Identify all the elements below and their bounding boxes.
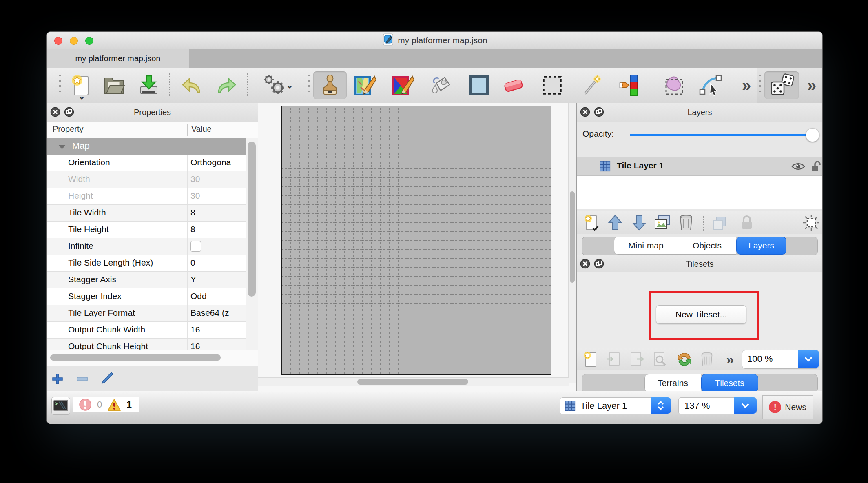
map-horizontal-scrollbar[interactable] xyxy=(258,377,569,386)
scrollbar-thumb[interactable] xyxy=(357,379,468,385)
zoom-dropdown-cap[interactable] xyxy=(798,350,819,368)
properties-vertical-scrollbar[interactable] xyxy=(246,138,258,350)
property-row[interactable]: Infinite xyxy=(47,238,246,255)
map-canvas[interactable] xyxy=(281,106,551,375)
toolbar-drag-handle[interactable] xyxy=(760,75,761,96)
toolbar-drag-handle[interactable] xyxy=(308,75,310,96)
eraser-button[interactable] xyxy=(500,71,527,99)
float-panel-icon[interactable] xyxy=(64,107,74,117)
reload-tileset-button[interactable] xyxy=(675,350,693,368)
delete-layer-button[interactable] xyxy=(677,214,695,232)
run-command-chevron[interactable]: ⌄ xyxy=(286,80,293,91)
issues-counter[interactable]: 0 1 xyxy=(73,397,139,412)
new-map-dropdown-chevron[interactable]: ⌄ xyxy=(78,91,85,102)
property-row[interactable]: Tile Height8 xyxy=(47,222,246,238)
duplicate-layer-button[interactable] xyxy=(653,214,671,232)
tileset-zoom-select[interactable]: 100 % xyxy=(742,350,819,369)
column-divider[interactable] xyxy=(187,124,188,136)
infinite-checkbox[interactable] xyxy=(190,241,201,252)
map-zoom-value: 137 % xyxy=(684,401,710,411)
bucket-fill-button[interactable] xyxy=(427,71,455,99)
property-row[interactable]: Tile Layer FormatBase64 (z xyxy=(47,305,246,322)
add-property-icon[interactable] xyxy=(52,373,63,385)
close-panel-icon[interactable] xyxy=(580,107,590,117)
delete-tileset-button-disabled[interactable] xyxy=(698,350,716,368)
chevron-up-icon xyxy=(658,401,664,405)
random-mode-button[interactable] xyxy=(764,71,799,99)
document-tab[interactable]: my platformer map.json xyxy=(47,49,189,68)
property-row[interactable]: Output Chunk Width16 xyxy=(47,322,246,339)
layer-row[interactable]: Tile Layer 1 xyxy=(577,157,823,176)
new-tileset-toolbar-button[interactable] xyxy=(582,350,600,368)
rect-select-button[interactable] xyxy=(538,71,566,99)
tab-mini-map[interactable]: Mini-map xyxy=(614,237,678,255)
redo-button[interactable] xyxy=(213,71,240,99)
layer-name[interactable]: Tile Layer 1 xyxy=(617,161,664,171)
select-same-tile-button[interactable] xyxy=(615,71,643,99)
property-row[interactable]: Stagger IndexOdd xyxy=(47,288,246,305)
terrain-brush-button[interactable] xyxy=(352,71,379,99)
lock-layer-button-disabled[interactable] xyxy=(738,214,756,232)
tab-objects[interactable]: Objects xyxy=(678,237,736,255)
stamp-random-brush-button[interactable] xyxy=(390,71,417,99)
news-button[interactable]: ! News xyxy=(762,395,813,419)
open-file-button[interactable] xyxy=(100,71,128,99)
undo-button[interactable] xyxy=(178,71,206,99)
toolbar-overflow-button-2[interactable]: » xyxy=(804,71,820,99)
property-row[interactable]: Stagger AxisY xyxy=(47,272,246,288)
property-row[interactable]: Width30 xyxy=(47,171,246,188)
property-row[interactable]: Tile Side Length (Hex)0 xyxy=(47,255,246,272)
property-group-row[interactable]: Map xyxy=(47,138,246,155)
map-vertical-scrollbar[interactable] xyxy=(568,103,576,383)
close-panel-icon[interactable] xyxy=(50,107,60,117)
disclosure-triangle-icon[interactable] xyxy=(58,145,66,149)
edit-property-icon[interactable] xyxy=(100,372,114,386)
toolbar-overflow-button[interactable]: » xyxy=(738,71,755,99)
shape-fill-button[interactable] xyxy=(465,71,493,99)
tab-tilesets[interactable]: Tilesets xyxy=(701,374,758,392)
properties-horizontal-scrollbar[interactable] xyxy=(47,350,258,366)
opacity-slider-handle[interactable] xyxy=(806,128,819,142)
property-row[interactable]: Tile Width8 xyxy=(47,205,246,222)
property-row[interactable]: Height30 xyxy=(47,188,246,205)
run-command-button[interactable]: ⌄ xyxy=(260,71,295,99)
highlight-current-layer-button[interactable] xyxy=(802,214,820,232)
scrollbar-thumb[interactable] xyxy=(248,142,256,297)
current-layer-select[interactable]: Tile Layer 1 xyxy=(560,397,671,414)
zoom-dropdown-cap[interactable] xyxy=(734,397,757,414)
opacity-slider[interactable] xyxy=(630,134,811,136)
export-tileset-button-disabled[interactable] xyxy=(628,350,646,368)
property-row[interactable]: OrientationOrthogona xyxy=(47,155,246,171)
properties-footer-toolbar xyxy=(47,366,258,391)
scrollbar-thumb[interactable] xyxy=(570,191,575,283)
remove-property-icon[interactable] xyxy=(76,377,89,381)
map-zoom-select[interactable]: 137 % xyxy=(678,397,757,414)
select-objects-button[interactable] xyxy=(660,71,688,99)
tilesets-overflow-button[interactable]: » xyxy=(722,350,738,368)
raise-layer-button[interactable] xyxy=(606,214,624,232)
edit-polygons-button[interactable] xyxy=(697,71,724,99)
new-layer-button[interactable] xyxy=(582,214,600,232)
save-button[interactable] xyxy=(135,71,163,99)
tab-layers[interactable]: Layers xyxy=(736,237,786,255)
chevron-double-right-icon: » xyxy=(807,73,816,97)
toolbar-drag-handle[interactable] xyxy=(59,75,61,96)
lower-layer-button[interactable] xyxy=(630,214,648,232)
layer-select-stepper[interactable] xyxy=(651,397,671,414)
scrollbar-thumb[interactable] xyxy=(50,354,221,361)
eye-icon[interactable] xyxy=(791,162,805,171)
float-panel-icon[interactable] xyxy=(594,107,604,117)
close-panel-icon[interactable] xyxy=(580,259,590,269)
float-panel-icon[interactable] xyxy=(594,259,604,269)
tab-terrains[interactable]: Terrains xyxy=(644,374,701,392)
console-button[interactable] xyxy=(51,397,70,415)
edit-tileset-button-disabled[interactable] xyxy=(651,350,669,368)
layers-panel-header: Layers xyxy=(577,103,823,122)
stamp-brush-button[interactable] xyxy=(313,71,347,99)
unlock-icon[interactable] xyxy=(811,160,821,173)
new-tileset-button[interactable]: New Tileset... xyxy=(656,305,746,324)
highlight-layer-icon xyxy=(802,214,820,232)
embed-tileset-button-disabled[interactable] xyxy=(604,350,622,368)
magic-wand-button[interactable] xyxy=(579,71,607,99)
copy-layer-button-disabled[interactable] xyxy=(711,214,729,232)
